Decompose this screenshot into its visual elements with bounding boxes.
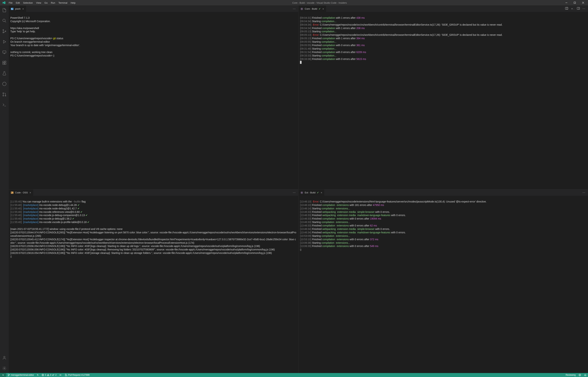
sb-ports[interactable] (58, 373, 63, 377)
tab-close-icon[interactable]: × (322, 7, 324, 10)
split-layout-icon[interactable] (565, 7, 568, 11)
titlebar: File Edit Selection View Go Run Terminal… (0, 0, 588, 5)
activity-bar (0, 5, 9, 373)
maximize-button[interactable] (571, 0, 579, 5)
sb-mode[interactable]: Reviewing (564, 373, 577, 377)
svg-rect-32 (11, 192, 13, 194)
sb-feedback-icon[interactable] (577, 373, 583, 377)
explorer-icon[interactable] (0, 7, 9, 14)
svg-point-36 (9, 375, 10, 375)
sb-bell-icon[interactable] (583, 373, 588, 377)
gear-small-icon (300, 191, 303, 194)
tab-close-icon[interactable]: × (320, 191, 322, 194)
tab-pwsh-label: pwsh (15, 7, 21, 10)
svg-point-27 (301, 8, 302, 9)
svg-rect-13 (3, 61, 4, 63)
terminal-ext[interactable]: [13:46:10] Error: C:/Users/merogge/repos… (299, 196, 588, 373)
svg-point-6 (3, 30, 4, 31)
menu-run[interactable]: Run (49, 1, 57, 5)
svg-rect-10 (3, 51, 6, 53)
menu-help[interactable]: Help (69, 1, 77, 5)
extensions-icon[interactable] (0, 59, 9, 67)
sb-branch-name: merogge/terminal-editor (11, 374, 34, 376)
menu-go[interactable]: Go (43, 1, 49, 5)
window-controls (562, 0, 587, 5)
svg-point-49 (580, 375, 580, 375)
svg-point-24 (4, 356, 5, 358)
tab-close-icon[interactable]: × (22, 7, 24, 10)
tab-core-label: Core - Build (305, 7, 317, 10)
tab-oss-label: Code - OSS (15, 191, 28, 194)
svg-point-7 (3, 32, 4, 33)
run-debug-icon[interactable] (0, 38, 9, 45)
source-control-icon[interactable] (0, 28, 9, 35)
accounts-icon[interactable] (0, 354, 9, 361)
remote-explorer-icon[interactable] (0, 49, 9, 56)
close-button[interactable] (579, 0, 587, 5)
tab-pwsh[interactable]: pwsh × (9, 6, 26, 12)
window-title: Core - Build - vscode - Visual Studio Co… (77, 1, 562, 4)
svg-rect-29 (566, 7, 568, 10)
menu-view[interactable]: View (35, 1, 43, 5)
sb-branch[interactable]: merogge/terminal-editor (6, 373, 35, 377)
svg-marker-9 (3, 40, 6, 43)
statusbar: merogge/terminal-editor ↻ 0 0 2 Pull Req… (0, 373, 588, 377)
tab-ext-build[interactable]: Ext - Build ✓ × (299, 189, 325, 196)
panel-layout-icon[interactable] (577, 7, 580, 11)
svg-point-44 (65, 376, 66, 376)
svg-point-20 (3, 95, 4, 96)
svg-line-5 (5, 21, 6, 22)
tabbar-oss: Code - OSS × ⋯ (9, 189, 298, 196)
svg-point-45 (67, 376, 67, 376)
svg-rect-30 (577, 7, 580, 10)
svg-point-25 (4, 368, 5, 369)
tab-more-icon[interactable]: ⋯ (582, 7, 585, 11)
tab-core-build[interactable]: Core - Build ✓ × (299, 6, 326, 12)
tab-ext-label: Ext - Build (305, 191, 316, 194)
check-icon: ✓ (317, 191, 319, 194)
svg-point-21 (5, 95, 6, 96)
terminal-pwsh[interactable]: PowerShell 7.1.3 Copyright (c) Microsoft… (9, 12, 298, 189)
terminal-icon (11, 7, 14, 10)
github-icon[interactable] (0, 80, 9, 88)
terminal-core[interactable]: [09:04:31] Finished compilation with 1 e… (299, 12, 588, 189)
testing-icon[interactable] (0, 70, 9, 77)
svg-rect-1 (574, 2, 576, 4)
remote-indicator[interactable] (0, 373, 6, 377)
tab-more-icon[interactable]: ⋯ (293, 191, 296, 194)
vscode-insiders-icon (2, 1, 5, 4)
svg-point-47 (579, 374, 581, 376)
sb-sync[interactable]: ↻ (35, 373, 40, 377)
svg-point-8 (5, 31, 6, 32)
pane-code-oss: Code - OSS × ⋯ [11:55:40] You can manage… (9, 189, 298, 373)
pull-request-icon[interactable] (0, 91, 9, 98)
menu-selection[interactable]: Selection (22, 1, 34, 5)
pane-core-build: Core - Build ✓ × ＋˅ ⋯ [09:04:31] Finishe… (298, 5, 588, 189)
svg-point-35 (8, 376, 9, 376)
svg-point-33 (301, 192, 302, 193)
tabbar-ext: Ext - Build ✓ × ⋯ (299, 189, 588, 196)
tab-more-icon[interactable]: ⋯ (293, 7, 296, 11)
svg-point-42 (60, 375, 61, 375)
tab-more-icon[interactable]: ⋯ (582, 191, 585, 194)
svg-point-18 (2, 82, 6, 86)
menu-terminal[interactable]: Terminal (57, 1, 69, 5)
sb-problems[interactable]: 0 0 2 (40, 373, 58, 377)
menu-edit[interactable]: Edit (14, 1, 21, 5)
terminal-oss[interactable]: [11:55:40] You can manage built-in exten… (9, 196, 298, 373)
search-icon[interactable] (0, 17, 9, 24)
tabbar-pwsh: pwsh × ⋯ (9, 6, 298, 12)
gear-small-icon (300, 7, 303, 10)
terminal-bash-icon[interactable] (0, 101, 9, 109)
terminal-icon (11, 191, 14, 194)
svg-point-48 (579, 375, 580, 375)
settings-gear-icon[interactable] (0, 365, 9, 372)
tab-code-oss[interactable]: Code - OSS × (9, 189, 34, 196)
menu-file[interactable]: File (7, 1, 14, 5)
tab-close-icon[interactable]: × (29, 191, 31, 194)
svg-rect-26 (11, 8, 13, 10)
svg-point-19 (3, 93, 4, 94)
minimize-button[interactable] (562, 0, 571, 5)
new-terminal-icon[interactable]: ＋˅ (571, 7, 574, 11)
sb-pull-request[interactable]: Pull Request #127889 (63, 373, 91, 377)
